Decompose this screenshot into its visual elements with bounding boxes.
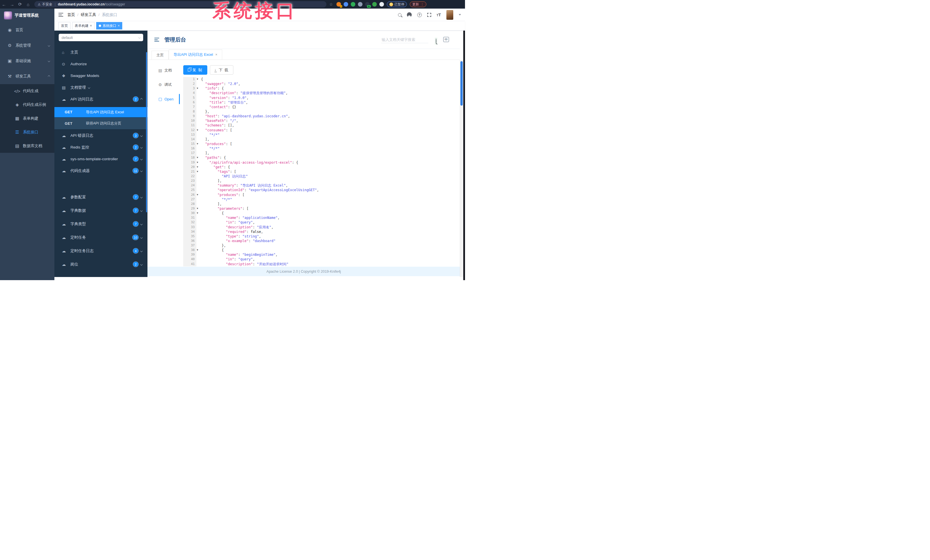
extension-shield-green[interactable]	[351, 2, 355, 6]
doc-collapse-icon[interactable]	[154, 38, 159, 41]
swagger-json-editor[interactable]: 1▼{2 "swagger": "2.0",3▼ "info": {4 "des…	[183, 77, 455, 267]
app-logo-row[interactable]: 芋道管理系统	[0, 9, 54, 22]
home-icon[interactable]: ⌂	[24, 2, 32, 7]
help-icon[interactable]: ?	[417, 12, 422, 17]
extension-drop[interactable]	[343, 2, 348, 6]
api-group-item-9[interactable]: ☁岗位2	[54, 258, 148, 271]
sidebar-item-1[interactable]: ⚙系统管理	[0, 38, 54, 53]
fold-caret-icon[interactable]: ▼	[197, 248, 198, 252]
sidebar-subitem-1[interactable]: ◈代码生成示例	[0, 98, 54, 112]
api-count-badge: 10	[132, 235, 138, 240]
extension-leaf[interactable]	[372, 2, 377, 6]
swagger-menu-item-3[interactable]: ▤文档管理	[54, 81, 148, 93]
fold-caret-icon[interactable]: ▼	[197, 86, 198, 91]
swagger-menu-item-0[interactable]: ⌂主页	[54, 46, 148, 58]
doc-search-icon[interactable]	[435, 37, 437, 45]
code-text: "paths": {	[196, 155, 226, 160]
fold-caret-icon[interactable]: ▼	[197, 169, 198, 174]
address-bar[interactable]: ⚠ 不安全 | dashboard.yudao.iocoder.cn /tool…	[34, 1, 326, 8]
user-menu-caret-icon[interactable]	[459, 14, 461, 15]
browser-update-button[interactable]: 更新 ⋮	[410, 2, 427, 7]
forward-icon[interactable]: →	[8, 2, 16, 7]
fold-caret-icon[interactable]: ▼	[197, 211, 198, 215]
code-line: 31 "name": "applicationName",	[183, 215, 455, 220]
panel-scrollbar-thumb[interactable]	[146, 52, 147, 212]
swagger-menu-item-4[interactable]: ☁API 访问日志2	[54, 93, 148, 105]
fold-caret-icon[interactable]: ▼	[197, 206, 198, 211]
browser-menu-icon[interactable]: ⋮	[420, 3, 424, 6]
page-tab-1[interactable]: 表单构建×	[72, 22, 94, 29]
main-scrollbar-thumb[interactable]	[460, 61, 463, 106]
tab-close-icon[interactable]: ×	[215, 53, 217, 57]
api-group-item-6[interactable]: ☁字典类型7	[54, 217, 148, 231]
fold-caret-icon[interactable]: ▼	[197, 128, 198, 132]
code-text: ],	[196, 202, 222, 206]
doc-search-input[interactable]	[381, 36, 428, 43]
tab-close-icon[interactable]: ×	[90, 24, 92, 28]
api-group-item-0[interactable]: ☁API 错误日志3	[54, 130, 148, 141]
breadcrumb-item[interactable]: 研发工具	[81, 12, 96, 17]
reload-icon[interactable]: ⟳	[16, 2, 24, 7]
operation-item-1[interactable]: GET获得API 访问日志分页	[54, 117, 148, 130]
api-group-select[interactable]: default	[59, 34, 143, 41]
extension-orange[interactable]: 1	[336, 2, 341, 6]
api-group-item-3[interactable]: ☁代码生成器11	[54, 165, 148, 176]
sidebar-item-2[interactable]: ▣基础设施	[0, 53, 54, 69]
api-group-item-5[interactable]: ☁字典数据7	[54, 204, 148, 217]
fold-caret-icon[interactable]: ▼	[197, 155, 198, 160]
app-logo-image	[4, 11, 12, 20]
api-group-item-8[interactable]: ☁定时任务日志4	[54, 244, 148, 258]
doc-side-tab-调试[interactable]: ⚙调试	[148, 78, 179, 92]
search-icon[interactable]	[398, 13, 402, 17]
doc-tab-0[interactable]: 主页	[151, 51, 169, 60]
sidebar-subitem-3[interactable]: ☰系统接口	[0, 125, 54, 139]
code-line: 16 "*/*"	[183, 146, 455, 151]
swagger-menu-item-2[interactable]: ❖Swagger Models	[54, 70, 148, 81]
doc-tab-1[interactable]: 导出API 访问日志 Excel×	[169, 49, 222, 60]
swagger-menu-item-1[interactable]: ⊙Authorize	[54, 58, 148, 70]
sidebar-subitem-4[interactable]: ▤数据库文档	[0, 139, 54, 153]
sidebar-collapse-icon[interactable]	[59, 13, 63, 17]
user-avatar[interactable]	[447, 10, 453, 20]
fold-caret-icon[interactable]: ▼	[197, 165, 198, 169]
api-group-item-7[interactable]: ☁定时任务10	[54, 231, 148, 244]
open-file-icon: ▢	[159, 97, 162, 101]
code-text: "tags": [	[196, 169, 236, 174]
fold-caret-icon[interactable]: ▼	[197, 142, 198, 146]
page-tab-0[interactable]: 首页	[59, 22, 71, 29]
sidebar-subitem-0[interactable]: </>代码生成	[0, 84, 54, 98]
copy-button[interactable]: 复 制	[183, 65, 207, 75]
back-icon[interactable]: ←	[0, 2, 8, 7]
fullscreen-icon[interactable]	[427, 13, 431, 17]
sidebar-item-3[interactable]: ⚒研发工具	[0, 69, 54, 84]
fold-caret-icon[interactable]: ▼	[197, 160, 198, 165]
font-size-icon[interactable]: TT	[437, 12, 441, 17]
extension-paw[interactable]	[379, 2, 384, 6]
bookmark-star-icon[interactable]: ☆	[329, 2, 333, 6]
doc-side-tab-文档[interactable]: ▤文档	[148, 63, 179, 78]
shield-check-icon: ◈	[14, 102, 21, 107]
operation-label: 获得API 访问日志分页	[86, 121, 122, 126]
line-number: 33	[183, 225, 196, 230]
extension-dark[interactable]: 6n	[365, 2, 370, 6]
tab-close-icon[interactable]: ×	[118, 24, 120, 28]
api-group-item-2[interactable]: ☁sys-sms-template-controller7	[54, 153, 148, 165]
extension-grid[interactable]	[358, 2, 362, 6]
paused-extension-pill[interactable]: 已暂停	[387, 2, 407, 7]
extension-dark-badge: 6n	[367, 5, 371, 8]
doc-side-tab-Open[interactable]: ▢Open	[148, 92, 179, 106]
page-tab-2[interactable]: 系统接口×	[96, 22, 122, 29]
fold-caret-icon[interactable]: ▼	[197, 77, 198, 81]
sidebar-subitem-2[interactable]: ▦表单构建	[0, 112, 54, 125]
api-group-item-1[interactable]: ☁Redis 监控2	[54, 141, 148, 153]
language-toggle-icon[interactable]: 中	[443, 37, 449, 42]
api-group-item-4[interactable]: ☁参数配置7	[54, 190, 148, 204]
breadcrumb-item[interactable]: 首页	[67, 12, 75, 17]
fold-caret-icon[interactable]: ▼	[197, 193, 198, 197]
github-icon[interactable]	[407, 12, 412, 17]
sidebar-item-0[interactable]: ◉首页	[0, 22, 54, 38]
download-button[interactable]: ↓ 下 载	[210, 65, 234, 75]
operation-item-0[interactable]: GET导出API 访问日志 Excel	[54, 107, 148, 117]
lock-icon: ⊙	[62, 62, 69, 66]
extension-icons: 16n	[336, 2, 384, 6]
